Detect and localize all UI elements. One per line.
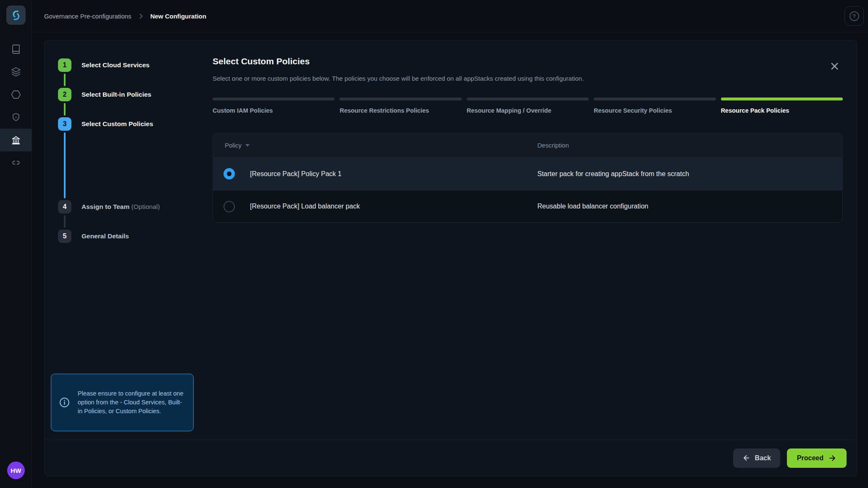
tab-label: Resource Restrictions Policies (339, 107, 461, 114)
policy-name: [Resource Pack] Policy Pack 1 (250, 170, 342, 178)
table-header: Policy Description (213, 133, 842, 158)
step-connector-1-2 (64, 74, 66, 86)
step-label: Select Built-in Policies (82, 91, 151, 98)
sidebar-item-link[interactable] (0, 151, 32, 174)
step-select-cloud-services[interactable]: 1 Select Cloud Services (58, 58, 150, 72)
info-note-text: Please ensure to configure at least one … (78, 389, 186, 416)
arrow-right-icon (828, 454, 836, 462)
step-number: 4 (58, 200, 71, 214)
sort-caret-down-icon (245, 144, 250, 147)
tab-progress-bar (721, 98, 843, 100)
step-select-builtin-policies[interactable]: 2 Select Built-in Policies (58, 88, 151, 101)
shield-bolt-icon (11, 112, 21, 122)
table-row-policy-pack-1[interactable]: [Resource Pack] Policy Pack 1 Starter pa… (213, 158, 842, 190)
tab-label: Resource Pack Policies (721, 107, 843, 114)
chevron-right-icon (137, 13, 145, 20)
governance-bank-icon (11, 135, 21, 145)
sidebar-item-notebook[interactable] (0, 38, 32, 61)
step-label-text: Assign to Team (82, 203, 129, 210)
tab-resource-security-policies[interactable]: Resource Security Policies (594, 98, 715, 114)
question-mark-icon: ? (850, 11, 859, 21)
step-general-details[interactable]: 5 General Details (58, 229, 129, 243)
step-label: Select Custom Policies (82, 120, 153, 128)
topbar: Governance Pre-configurations New Config… (32, 0, 868, 32)
configuration-wizard-card: 1 Select Cloud Services 2 Select Built-i… (44, 40, 857, 476)
app-logo[interactable] (6, 5, 26, 25)
layers-icon (11, 67, 21, 77)
breadcrumb-current: New Configuration (150, 13, 206, 20)
help-button[interactable]: ? (844, 6, 864, 26)
notebook-icon (11, 44, 21, 54)
step-assign-to-team[interactable]: 4 Assign to Team (Optional) (58, 200, 160, 214)
step-label: Select Cloud Services (82, 61, 150, 69)
step-number: 3 (58, 117, 71, 131)
info-icon (59, 397, 70, 408)
tab-resource-restrictions-policies[interactable]: Resource Restrictions Policies (339, 98, 461, 114)
wizard-footer: Back Proceed (45, 440, 857, 476)
table-row-load-balancer-pack[interactable]: [Resource Pack] Load balancer pack Reusa… (213, 190, 842, 222)
policy-name: [Resource Pack] Load balancer pack (250, 203, 360, 210)
close-button[interactable] (827, 59, 842, 73)
step-label: General Details (82, 232, 129, 240)
hexagon-icon (11, 90, 21, 100)
tab-label: Resource Mapping / Override (467, 107, 589, 114)
tab-custom-iam-policies[interactable]: Custom IAM Policies (213, 98, 334, 114)
column-header-description: Description (537, 142, 842, 149)
user-avatar[interactable]: HW (7, 462, 25, 479)
sidebar-item-layers[interactable] (0, 61, 32, 83)
back-button[interactable]: Back (733, 448, 780, 468)
policy-tabs: Custom IAM Policies Resource Restriction… (213, 98, 843, 114)
policies-table: Policy Description [Resource Pack] Polic… (213, 133, 843, 223)
tab-label: Custom IAM Policies (213, 107, 334, 114)
sidebar-nav (0, 38, 32, 174)
tab-resource-mapping-override[interactable]: Resource Mapping / Override (467, 98, 589, 114)
link-icon (11, 158, 21, 168)
sidebar-item-governance[interactable] (0, 129, 32, 151)
back-button-label: Back (755, 454, 771, 462)
sidebar-item-hexagon[interactable] (0, 83, 32, 106)
sidebar: HW (0, 0, 32, 488)
proceed-button[interactable]: Proceed (787, 448, 847, 468)
close-icon (829, 61, 840, 72)
step-connector-2-3 (64, 103, 66, 116)
step-connector-4-5 (64, 215, 66, 228)
step-select-custom-policies[interactable]: 3 Select Custom Policies (58, 117, 153, 131)
tab-label: Resource Security Policies (594, 107, 715, 114)
tab-progress-bar (467, 98, 589, 100)
brand-logo-icon (11, 10, 22, 21)
step-number: 2 (58, 88, 71, 101)
column-header-policy-label: Policy (225, 142, 242, 149)
page-title: Select Custom Policies (213, 56, 310, 66)
info-note: Please ensure to configure at least one … (51, 374, 194, 431)
step-connector-3-4 (64, 132, 66, 198)
radio-selected[interactable] (224, 168, 235, 179)
policy-description: Reusable load balancer configuration (537, 203, 842, 210)
step-label: Assign to Team (Optional) (82, 203, 160, 211)
step-number: 5 (58, 229, 71, 243)
tab-progress-bar (339, 98, 461, 100)
step-label-suffix: (Optional) (132, 203, 160, 210)
tab-progress-bar (213, 98, 334, 100)
tab-resource-pack-policies[interactable]: Resource Pack Policies (721, 98, 843, 114)
proceed-button-label: Proceed (797, 454, 823, 462)
sidebar-item-security[interactable] (0, 106, 32, 129)
arrow-left-icon (742, 454, 750, 462)
tab-progress-bar (594, 98, 715, 100)
policy-description: Starter pack for creating appStack from … (537, 170, 842, 178)
breadcrumb-parent[interactable]: Governance Pre-configurations (44, 13, 132, 20)
step-number: 1 (58, 58, 71, 72)
column-header-policy[interactable]: Policy (213, 142, 537, 149)
radio-unselected[interactable] (224, 201, 235, 212)
page-subtitle: Select one or more custom policies below… (213, 75, 584, 82)
